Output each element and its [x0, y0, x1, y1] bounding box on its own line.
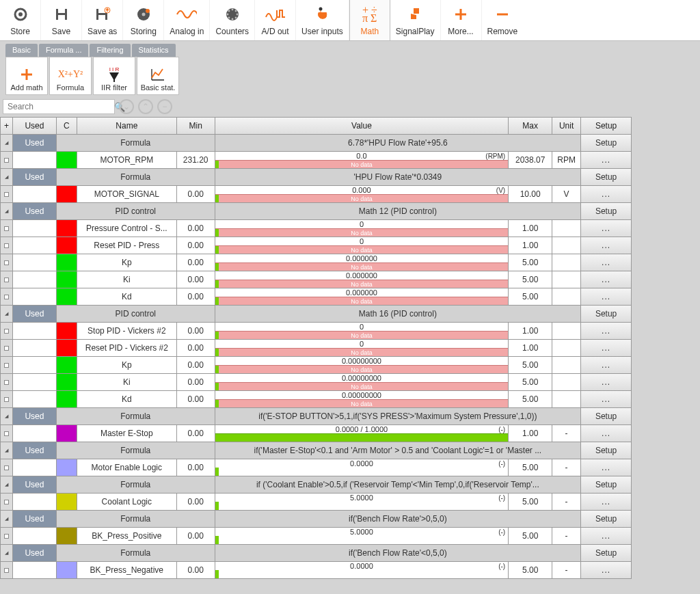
- group-used[interactable]: Used: [13, 476, 57, 494]
- channel-name[interactable]: BK_Press_Positive: [77, 528, 177, 545]
- ribbon-signalplay[interactable]: SignalPlay: [390, 0, 441, 40]
- row-used[interactable]: [13, 374, 57, 391]
- row-used[interactable]: [13, 425, 57, 442]
- row-marker[interactable]: [1, 237, 13, 254]
- color-swatch[interactable]: [57, 237, 77, 254]
- row-setup-button[interactable]: ...: [581, 254, 632, 271]
- row-setup-button[interactable]: ...: [581, 237, 632, 254]
- row-setup-button[interactable]: ...: [581, 186, 632, 203]
- row-used[interactable]: [13, 494, 57, 511]
- hdr-setup[interactable]: Setup: [581, 118, 632, 135]
- row-marker[interactable]: [1, 374, 13, 391]
- row-setup-button[interactable]: ...: [581, 494, 632, 511]
- group-setup-button[interactable]: Setup: [581, 442, 632, 459]
- color-swatch[interactable]: [57, 220, 77, 237]
- hdr-max[interactable]: Max: [509, 118, 552, 135]
- channel-name[interactable]: Kp: [77, 357, 177, 374]
- hdr-min[interactable]: Min: [177, 118, 215, 135]
- subtab-0[interactable]: Basic: [5, 44, 38, 57]
- ribbon-counters[interactable]: Counters: [210, 0, 255, 40]
- row-setup-button[interactable]: ...: [581, 152, 632, 169]
- expand-up-button[interactable]: ⌃: [138, 99, 153, 114]
- row-setup-button[interactable]: ...: [581, 357, 632, 374]
- ribbon-remove[interactable]: Remove: [482, 0, 524, 40]
- color-swatch[interactable]: [57, 152, 77, 169]
- row-marker[interactable]: [1, 562, 13, 579]
- color-swatch[interactable]: [57, 254, 77, 271]
- ribbon-saveas[interactable]: Save as: [82, 0, 123, 40]
- group-setup-button[interactable]: Setup: [581, 203, 632, 220]
- collapse-toggle[interactable]: ◢: [1, 511, 13, 528]
- collapse-toggle[interactable]: ◢: [1, 306, 13, 323]
- channel-name[interactable]: Kd: [77, 391, 177, 408]
- channel-name[interactable]: Reset PID - Press: [77, 237, 177, 254]
- row-used[interactable]: [13, 271, 57, 288]
- group-used[interactable]: Used: [13, 135, 57, 152]
- row-used[interactable]: [13, 152, 57, 169]
- channel-name[interactable]: MOTOR_SIGNAL: [77, 186, 177, 203]
- group-used[interactable]: Used: [13, 306, 57, 323]
- row-marker[interactable]: [1, 340, 13, 357]
- row-marker[interactable]: [1, 288, 13, 306]
- search-box[interactable]: 🔍: [3, 99, 115, 114]
- channel-name[interactable]: Pressure Control - S...: [77, 220, 177, 237]
- row-used[interactable]: [13, 237, 57, 254]
- row-marker[interactable]: [1, 494, 13, 511]
- ribbon-save[interactable]: Save: [41, 0, 82, 40]
- color-swatch[interactable]: [57, 494, 77, 511]
- color-swatch[interactable]: [57, 323, 77, 340]
- row-setup-button[interactable]: ...: [581, 425, 632, 442]
- ribbon-store[interactable]: Store: [0, 0, 41, 40]
- group-used[interactable]: Used: [13, 442, 57, 459]
- row-setup-button[interactable]: ...: [581, 220, 632, 237]
- ribbon-math[interactable]: + ÷π Σ Math: [349, 0, 390, 40]
- hdr-name[interactable]: Name: [77, 118, 177, 135]
- row-setup-button[interactable]: ...: [581, 374, 632, 391]
- color-swatch[interactable]: [57, 357, 77, 374]
- row-marker[interactable]: [1, 357, 13, 374]
- row-marker[interactable]: [1, 391, 13, 408]
- color-swatch[interactable]: [57, 186, 77, 203]
- expand-down-button[interactable]: ⌄: [119, 99, 134, 114]
- channel-name[interactable]: Motor Enable Logic: [77, 459, 177, 476]
- collapse-toggle[interactable]: ◢: [1, 545, 13, 562]
- group-setup-button[interactable]: Setup: [581, 476, 632, 494]
- channel-name[interactable]: Reset PID - Vickers #2: [77, 340, 177, 357]
- channel-name[interactable]: Kd: [77, 288, 177, 306]
- collapse-toggle[interactable]: ◢: [1, 476, 13, 494]
- hdr-c[interactable]: C: [57, 118, 77, 135]
- group-setup-button[interactable]: Setup: [581, 511, 632, 528]
- row-marker[interactable]: [1, 220, 13, 237]
- ribbon-more[interactable]: More...: [441, 0, 482, 40]
- row-setup-button[interactable]: ...: [581, 323, 632, 340]
- row-marker[interactable]: [1, 271, 13, 288]
- color-swatch[interactable]: [57, 528, 77, 545]
- group-setup-button[interactable]: Setup: [581, 306, 632, 323]
- collapse-toggle[interactable]: ◢: [1, 442, 13, 459]
- color-swatch[interactable]: [57, 288, 77, 306]
- color-swatch[interactable]: [57, 425, 77, 442]
- collapse-toggle[interactable]: ◢: [1, 408, 13, 425]
- collapse-toggle[interactable]: ◢: [1, 203, 13, 220]
- hdr-unit[interactable]: Unit: [552, 118, 581, 135]
- row-used[interactable]: [13, 340, 57, 357]
- subbtn-iir[interactable]: I I R IIR filter: [93, 57, 135, 95]
- row-used[interactable]: [13, 528, 57, 545]
- channel-name[interactable]: Stop PID - Vickers #2: [77, 323, 177, 340]
- collapse-toggle[interactable]: ◢: [1, 135, 13, 152]
- row-used[interactable]: [13, 391, 57, 408]
- remove-circle-button[interactable]: −: [157, 99, 172, 114]
- row-used[interactable]: [13, 562, 57, 579]
- row-marker[interactable]: [1, 254, 13, 271]
- channel-name[interactable]: MOTOR_RPM: [77, 152, 177, 169]
- search-input[interactable]: [3, 100, 114, 113]
- hdr-value[interactable]: Value: [215, 118, 509, 135]
- row-setup-button[interactable]: ...: [581, 271, 632, 288]
- subbtn-basicstat[interactable]: Basic stat.: [137, 57, 179, 95]
- row-marker[interactable]: [1, 186, 13, 203]
- row-marker[interactable]: [1, 152, 13, 169]
- color-swatch[interactable]: [57, 374, 77, 391]
- row-marker[interactable]: [1, 528, 13, 545]
- channel-name[interactable]: Ki: [77, 271, 177, 288]
- row-used[interactable]: [13, 323, 57, 340]
